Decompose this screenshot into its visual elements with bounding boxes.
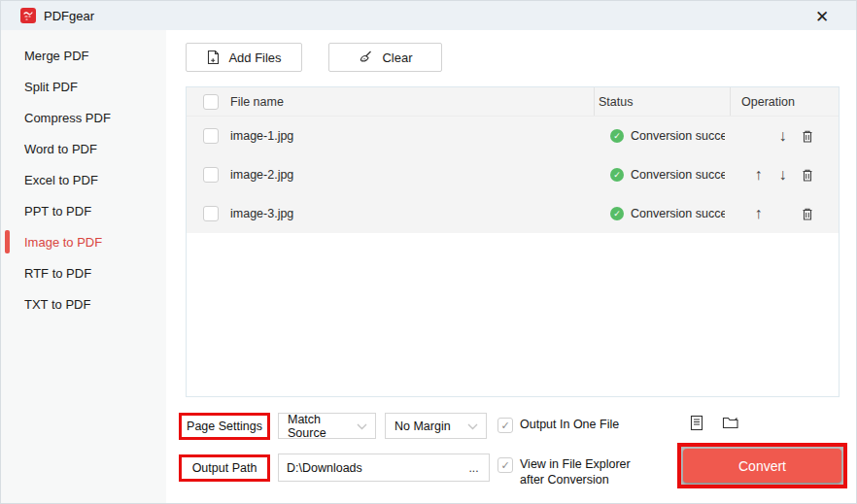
page-size-dropdown[interactable]: Match Source xyxy=(278,413,376,439)
column-header-status: Status xyxy=(599,95,633,109)
sidebar-item-merge-pdf[interactable]: Merge PDF xyxy=(1,40,166,71)
table-row: image-3.jpg ✓ Conversion succeeded ↑ xyxy=(187,194,839,233)
document-icon[interactable] xyxy=(689,415,704,435)
chevron-down-icon xyxy=(357,420,367,433)
table-empty-area xyxy=(187,233,839,396)
success-check-icon: ✓ xyxy=(610,168,624,182)
sidebar-item-label: Word to PDF xyxy=(24,142,97,156)
convert-annotation-box: Convert xyxy=(677,443,847,488)
success-check-icon: ✓ xyxy=(610,207,624,220)
sidebar-item-label: RTF to PDF xyxy=(24,266,91,281)
file-name: image-3.jpg xyxy=(230,207,293,220)
column-header-operation: Operation xyxy=(741,95,795,109)
delete-icon[interactable] xyxy=(795,207,819,221)
delete-icon[interactable] xyxy=(795,129,819,144)
app-title: PDFgear xyxy=(44,9,94,23)
output-one-file-option: ✓ Output In One File xyxy=(497,418,619,433)
pdfgear-window: PDFgear ✕ Merge PDF Split PDF Compress P… xyxy=(0,0,857,504)
sidebar-item-label: Merge PDF xyxy=(24,49,88,63)
sidebar-item-ppt-to-pdf[interactable]: PPT to PDF xyxy=(1,195,166,226)
title-bar: PDFgear ✕ xyxy=(1,1,856,30)
row-checkbox[interactable] xyxy=(203,128,219,144)
output-path-text: Output Path xyxy=(192,461,257,475)
active-indicator xyxy=(5,230,10,253)
sidebar-item-rtf-to-pdf[interactable]: RTF to PDF xyxy=(1,257,166,288)
close-icon[interactable]: ✕ xyxy=(809,5,835,28)
row-checkbox[interactable] xyxy=(203,167,219,183)
output-one-file-checkbox[interactable]: ✓ xyxy=(497,418,513,433)
sidebar-item-label: Image to PDF xyxy=(24,235,102,250)
output-path-label: Output Path xyxy=(179,454,270,482)
sidebar-item-label: TXT to PDF xyxy=(24,297,90,312)
margin-dropdown[interactable]: No Margin xyxy=(385,413,487,439)
file-name: image-1.jpg xyxy=(230,129,293,143)
convert-button[interactable]: Convert xyxy=(683,449,841,483)
sidebar: Merge PDF Split PDF Compress PDF Word to… xyxy=(1,30,166,503)
sidebar-item-split-pdf[interactable]: Split PDF xyxy=(1,71,166,102)
sidebar-item-excel-to-pdf[interactable]: Excel to PDF xyxy=(1,164,166,195)
move-down-icon[interactable]: ↓ xyxy=(771,127,795,145)
sidebar-item-label: Excel to PDF xyxy=(24,173,98,187)
sidebar-item-txt-to-pdf[interactable]: TXT to PDF xyxy=(1,288,166,319)
browse-button[interactable]: ... xyxy=(459,454,490,482)
column-header-file-name: File name xyxy=(230,95,284,109)
sidebar-item-label: Compress PDF xyxy=(24,111,111,125)
margin-value: No Margin xyxy=(394,420,451,433)
view-explorer-checkbox[interactable]: ✓ xyxy=(497,457,513,473)
sidebar-item-label: Split PDF xyxy=(24,80,78,94)
row-checkbox[interactable] xyxy=(203,206,219,221)
move-down-icon[interactable]: ↓ xyxy=(771,166,795,184)
main-panel: Add Files Clear File name Status Operati… xyxy=(166,30,856,503)
move-up-icon[interactable]: ↑ xyxy=(746,166,771,184)
view-explorer-option: ✓ View in File Explorer after Conversion xyxy=(497,457,653,487)
file-name: image-2.jpg xyxy=(230,168,293,182)
pdfgear-logo-icon xyxy=(20,8,36,23)
page-settings-label: Page Settings xyxy=(179,413,270,440)
add-file-icon xyxy=(206,50,221,65)
add-files-label: Add Files xyxy=(228,50,281,65)
clear-label: Clear xyxy=(382,50,412,65)
broom-icon xyxy=(358,50,374,65)
table-row: image-2.jpg ✓ Conversion succeeded ↑ ↓ xyxy=(187,155,839,194)
sidebar-item-word-to-pdf[interactable]: Word to PDF xyxy=(1,133,166,164)
chevron-down-icon xyxy=(467,420,478,433)
delete-icon[interactable] xyxy=(795,168,819,183)
output-one-file-label: Output In One File xyxy=(520,418,619,431)
page-size-value: Match Source xyxy=(288,413,357,440)
success-check-icon: ✓ xyxy=(610,129,624,143)
sidebar-item-label: PPT to PDF xyxy=(24,204,91,218)
clear-button[interactable]: Clear xyxy=(328,43,442,72)
folder-icon[interactable] xyxy=(722,415,740,435)
sidebar-item-image-to-pdf[interactable]: Image to PDF xyxy=(1,226,166,257)
status-text: Conversion succeeded xyxy=(631,168,725,182)
file-table: File name Status Operation image-1.jpg ✓… xyxy=(186,86,840,397)
output-path-input[interactable] xyxy=(278,454,460,482)
sidebar-item-compress-pdf[interactable]: Compress PDF xyxy=(1,102,166,133)
view-explorer-label: View in File Explorer after Conversion xyxy=(520,457,653,487)
move-up-icon[interactable]: ↑ xyxy=(746,205,771,222)
status-text: Conversion succeeded xyxy=(631,207,725,220)
add-files-button[interactable]: Add Files xyxy=(186,43,302,72)
select-all-checkbox[interactable] xyxy=(203,94,219,110)
table-header: File name Status Operation xyxy=(187,87,839,117)
page-settings-text: Page Settings xyxy=(187,420,262,433)
table-row: image-1.jpg ✓ Conversion succeeded ↓ xyxy=(187,117,839,155)
status-text: Conversion succeeded xyxy=(631,129,725,143)
